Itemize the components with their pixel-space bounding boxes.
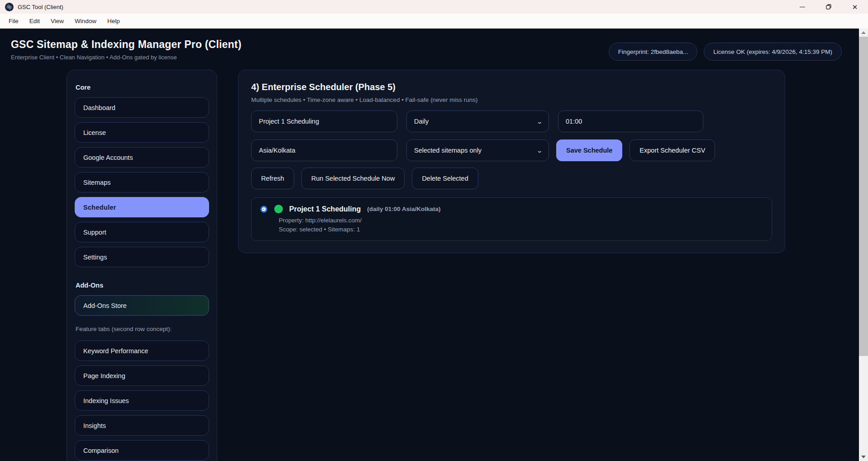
- menu-help[interactable]: Help: [102, 15, 125, 27]
- scheduler-form-row-2: Asia/Kolkata Selected sitemaps only ⌄ Sa…: [251, 139, 772, 161]
- schedule-property: Property: http://elelaurels.com/: [279, 217, 763, 224]
- scope-select-value: Selected sitemaps only: [414, 147, 482, 154]
- scheduler-form-row-3: Refresh Run Selected Schedule Now Delete…: [251, 168, 772, 189]
- sidebar-item-scheduler[interactable]: Scheduler: [75, 197, 209, 217]
- app-area: GSC Sitemap & Indexing Manager Pro (Clie…: [0, 29, 868, 461]
- app-header: GSC Sitemap & Indexing Manager Pro (Clie…: [0, 29, 859, 69]
- minimize-button[interactable]: [789, 0, 816, 14]
- sidebar-item-dashboard[interactable]: Dashboard: [75, 97, 209, 118]
- vertical-scrollbar[interactable]: [859, 29, 868, 461]
- close-icon: ✕: [852, 4, 858, 10]
- save-schedule-button[interactable]: Save Schedule: [556, 139, 622, 161]
- sidebar-section-core: Core: [75, 80, 209, 97]
- menu-view[interactable]: View: [46, 15, 69, 27]
- delete-selected-button[interactable]: Delete Selected: [412, 168, 478, 189]
- scroll-down-icon: [861, 456, 866, 458]
- sidebar-item-support[interactable]: Support: [75, 222, 209, 242]
- sidebar: Core Dashboard License Google Accounts S…: [67, 70, 217, 461]
- scrollbar-down-button[interactable]: [859, 453, 868, 461]
- sidebar-section-addons: Add-Ons: [75, 278, 209, 295]
- schedule-name-input[interactable]: Project 1 Scheduling: [251, 110, 397, 132]
- menu-window[interactable]: Window: [70, 15, 101, 27]
- export-scheduler-csv-button[interactable]: Export Scheduler CSV: [630, 139, 715, 161]
- chevron-down-icon: ⌄: [536, 147, 543, 154]
- sidebar-item-sitemaps[interactable]: Sitemaps: [75, 172, 209, 192]
- sidebar-item-addons-store[interactable]: Add-Ons Store: [75, 295, 209, 316]
- titlebar-left: GSC Tool (Client): [0, 3, 789, 11]
- scroll-up-icon: [861, 31, 866, 34]
- run-selected-schedule-button[interactable]: Run Selected Schedule Now: [301, 168, 405, 189]
- app-icon: [5, 3, 14, 11]
- schedule-scope: Scope: selected • Sitemaps: 1: [279, 226, 763, 233]
- menu-edit[interactable]: Edit: [24, 15, 45, 27]
- time-input[interactable]: 01:00: [558, 110, 703, 132]
- scheduler-subtitle: Multiple schedules • Time-zone aware • L…: [251, 96, 772, 103]
- scrollbar-thumb[interactable]: [859, 37, 868, 356]
- timezone-input[interactable]: Asia/Kolkata: [251, 139, 397, 161]
- refresh-button[interactable]: Refresh: [251, 168, 294, 189]
- page-title: GSC Sitemap & Indexing Manager Pro (Clie…: [11, 38, 242, 51]
- scrollbar-up-button[interactable]: [859, 29, 868, 37]
- sidebar-item-google-accounts[interactable]: Google Accounts: [75, 147, 209, 168]
- scheduler-panel: 4) Enterprise Scheduler (Phase 5) Multip…: [238, 70, 785, 253]
- page-subtitle: Enterprise Client • Clean Navigation • A…: [11, 54, 242, 61]
- schedule-list-item[interactable]: Project 1 Scheduling (daily 01:00 Asia/K…: [251, 197, 772, 241]
- scheduler-title: 4) Enterprise Scheduler (Phase 5): [251, 82, 772, 92]
- sidebar-item-license[interactable]: License: [75, 122, 209, 143]
- sidebar-item-indexing-issues[interactable]: Indexing Issues: [75, 390, 209, 411]
- license-status-badge: License OK (expires: 4/9/2026, 4:15:39 P…: [704, 43, 842, 61]
- sidebar-item-comparison[interactable]: Comparison: [75, 440, 209, 461]
- content-row: Core Dashboard License Google Accounts S…: [0, 70, 859, 461]
- schedule-item-header: Project 1 Scheduling (daily 01:00 Asia/K…: [261, 205, 763, 213]
- status-dot-green: [274, 205, 283, 213]
- os-titlebar: GSC Tool (Client) ✕: [0, 0, 868, 14]
- fingerprint-badge: Fingerprint: 2fbed8aeba...: [609, 43, 698, 61]
- window-title: GSC Tool (Client): [18, 4, 63, 10]
- header-badges: Fingerprint: 2fbed8aeba... License OK (e…: [609, 43, 842, 61]
- sidebar-item-settings[interactable]: Settings: [75, 247, 209, 267]
- frequency-select-value: Daily: [414, 118, 429, 125]
- sidebar-gap: [75, 272, 209, 278]
- close-button[interactable]: ✕: [842, 0, 868, 14]
- menu-bar: File Edit View Window Help: [0, 14, 868, 29]
- schedule-radio-selected[interactable]: [262, 207, 266, 211]
- minimize-icon: [800, 7, 805, 7]
- sidebar-feature-note: Feature tabs (second row concept):: [75, 320, 209, 341]
- scope-select[interactable]: Selected sitemaps only ⌄: [406, 139, 549, 161]
- sidebar-item-keyword-performance[interactable]: Keyword Performance: [75, 341, 209, 361]
- app-content: GSC Sitemap & Indexing Manager Pro (Clie…: [0, 29, 859, 461]
- scheduler-form-row-1: Project 1 Scheduling Daily ⌄ 01:00: [251, 110, 772, 132]
- frequency-select[interactable]: Daily ⌄: [406, 110, 549, 132]
- app-header-text: GSC Sitemap & Indexing Manager Pro (Clie…: [11, 38, 242, 61]
- schedule-name: Project 1 Scheduling: [289, 205, 361, 213]
- restore-button[interactable]: [816, 0, 842, 14]
- sidebar-item-page-indexing[interactable]: Page Indexing: [75, 365, 209, 386]
- menu-file[interactable]: File: [4, 15, 24, 27]
- sidebar-item-insights[interactable]: Insights: [75, 415, 209, 436]
- schedule-meta: (daily 01:00 Asia/Kolkata): [367, 206, 440, 212]
- restore-icon: [826, 4, 831, 10]
- chevron-down-icon: ⌄: [536, 118, 543, 125]
- window-controls: ✕: [789, 0, 868, 14]
